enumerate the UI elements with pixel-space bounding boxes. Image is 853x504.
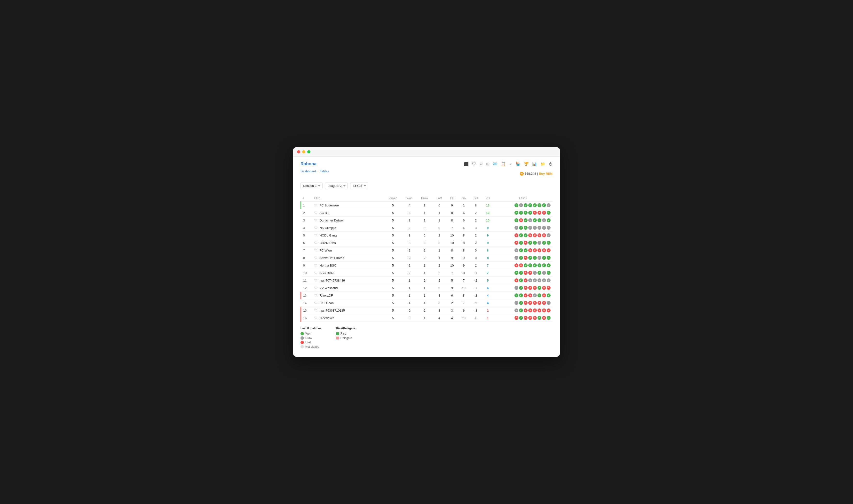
screen-icon[interactable]: ⬛ bbox=[464, 162, 469, 166]
last8-cell: ✕✕✓✓✓✓✓✓ bbox=[494, 262, 552, 269]
result-badge: ✕ bbox=[519, 218, 523, 222]
grid-icon[interactable]: ⊞ bbox=[486, 162, 489, 166]
tools-icon[interactable]: ⚙ bbox=[479, 162, 483, 166]
won-cell: 0 bbox=[402, 307, 417, 314]
pts-cell: 8 bbox=[482, 247, 494, 254]
gd-cell: 3 bbox=[470, 224, 482, 232]
balance-amount: 368.248 bbox=[525, 172, 536, 176]
result-badge: ✕ bbox=[547, 286, 550, 290]
pts-cell: 7 bbox=[482, 269, 494, 277]
breadcrumb-current: Tables bbox=[320, 169, 329, 173]
played-cell: 5 bbox=[384, 277, 402, 284]
result-badge: ✕ bbox=[533, 316, 537, 320]
col-rank: # bbox=[301, 195, 312, 202]
power-icon[interactable]: ⏻ bbox=[549, 162, 552, 166]
played-cell: 5 bbox=[384, 202, 402, 209]
club-name: FC Bodensee bbox=[320, 203, 339, 207]
won-cell: 2 bbox=[402, 247, 417, 254]
ga-cell: 10 bbox=[458, 314, 470, 322]
draw-cell: 2 bbox=[417, 247, 433, 254]
result-badge: ✓ bbox=[533, 241, 537, 245]
check-icon[interactable]: ✓ bbox=[509, 162, 512, 166]
ga-cell: 6 bbox=[458, 209, 470, 217]
col-won: Won bbox=[402, 195, 417, 202]
result-badge: ✕ bbox=[542, 286, 546, 290]
filters-bar: Season 3 Season 2 Season 1 League: 2 Lea… bbox=[301, 182, 552, 189]
league-filter[interactable]: League: 2 League: 1 League: 3 bbox=[325, 182, 348, 189]
played-cell: 5 bbox=[384, 209, 402, 217]
pts-cell: 8 bbox=[482, 254, 494, 262]
gd-cell: 1 bbox=[470, 262, 482, 269]
result-badge: ✕ bbox=[533, 286, 537, 290]
ga-cell: 9 bbox=[458, 254, 470, 262]
result-badge: ✓ bbox=[519, 241, 523, 245]
result-badge: ✓ bbox=[519, 248, 523, 252]
result-badge: ✓ bbox=[547, 271, 550, 275]
ga-cell: 8 bbox=[458, 269, 470, 277]
result-badge: − bbox=[514, 286, 518, 290]
ga-cell: 1 bbox=[458, 202, 470, 209]
result-badge: ✓ bbox=[533, 203, 537, 207]
table-row: 15 🛡 npc-76368710145 5 0 2 3 3 6 -3 2 −✓… bbox=[301, 307, 553, 314]
header-right: ⬛ 🛡 ⚙ ⊞ 🪪 📋 ✓ 🏪 🏆 📊 📁 ⏻ bbox=[464, 162, 552, 166]
result-badge: ✕ bbox=[542, 301, 546, 305]
played-cell: 5 bbox=[384, 224, 402, 232]
pts-cell: 5 bbox=[482, 277, 494, 284]
result-badge: ✕ bbox=[514, 316, 518, 320]
result-badge: − bbox=[547, 203, 550, 207]
result-badge: − bbox=[538, 241, 541, 245]
maximize-button[interactable] bbox=[307, 150, 310, 154]
result-badge: ✓ bbox=[514, 203, 518, 207]
table-header: # Club Played Won Draw Lost GF GA GD Pts… bbox=[301, 195, 553, 202]
last8-cell: ✕✓✓✕✕✕✕− bbox=[494, 232, 552, 239]
result-badge: − bbox=[514, 248, 518, 252]
shield-nav-icon[interactable]: 🛡 bbox=[472, 162, 476, 166]
rank-cell: 10 bbox=[301, 269, 312, 277]
breadcrumb-home[interactable]: Dashboard bbox=[301, 169, 316, 173]
club-name: Durlacher Deiwel bbox=[320, 219, 344, 222]
ga-cell: 7 bbox=[458, 299, 470, 307]
won-cell: 3 bbox=[402, 239, 417, 247]
club-shield-icon: 🛡 bbox=[314, 203, 318, 207]
club-shield-icon: 🛡 bbox=[314, 286, 318, 290]
result-badge: ✕ bbox=[528, 301, 532, 305]
result-badge: − bbox=[528, 226, 532, 230]
result-badge: − bbox=[547, 301, 550, 305]
result-badge: ✕ bbox=[538, 211, 541, 215]
last8-cell: ✓−✓✓✓✓✓− bbox=[494, 202, 552, 209]
last8-badges: −✓✕✓✓−✓✓ bbox=[495, 256, 550, 260]
club-name: HODL Gang bbox=[320, 234, 337, 237]
result-badge: ✓ bbox=[542, 203, 546, 207]
gf-cell: 2 bbox=[446, 299, 458, 307]
club-cell: 🛡 CRANIUMs bbox=[312, 239, 384, 247]
coin-icon: R bbox=[520, 172, 524, 176]
minimize-button[interactable] bbox=[302, 150, 305, 154]
draw-cell: 0 bbox=[417, 239, 433, 247]
lost-cell: 1 bbox=[432, 254, 446, 262]
chart-icon[interactable]: 📊 bbox=[532, 162, 537, 166]
book-icon[interactable]: 📋 bbox=[501, 162, 506, 166]
draw-cell: 2 bbox=[417, 254, 433, 262]
buy-rbn-button[interactable]: Buy RBN bbox=[539, 172, 552, 176]
result-badge: ✕ bbox=[538, 233, 541, 237]
result-badge: ✓ bbox=[528, 241, 532, 245]
club-cell: 🛡 Straw Hat Pirates bbox=[312, 254, 384, 262]
rank-cell: 1 bbox=[301, 202, 312, 209]
id-filter[interactable]: ID 628 ID 629 bbox=[350, 182, 368, 189]
legend-rise: Rise bbox=[336, 332, 355, 335]
card-icon[interactable]: 🪪 bbox=[493, 162, 497, 166]
pts-cell: 9 bbox=[482, 224, 494, 232]
result-badge: ✕ bbox=[524, 256, 528, 260]
gf-cell: 10 bbox=[446, 239, 458, 247]
pts-cell: 9 bbox=[482, 232, 494, 239]
legend-rise-label: Rise bbox=[341, 332, 346, 335]
trophy-icon[interactable]: 🏆 bbox=[524, 162, 529, 166]
club-shield-icon: 🛡 bbox=[314, 256, 318, 260]
result-badge: ✓ bbox=[528, 264, 532, 267]
result-badge: ✕ bbox=[533, 308, 537, 312]
close-button[interactable] bbox=[297, 150, 300, 154]
folder-icon[interactable]: 📁 bbox=[540, 162, 545, 166]
season-filter[interactable]: Season 3 Season 2 Season 1 bbox=[301, 182, 323, 189]
gf-cell: 9 bbox=[446, 284, 458, 292]
shop-icon[interactable]: 🏪 bbox=[516, 162, 521, 166]
